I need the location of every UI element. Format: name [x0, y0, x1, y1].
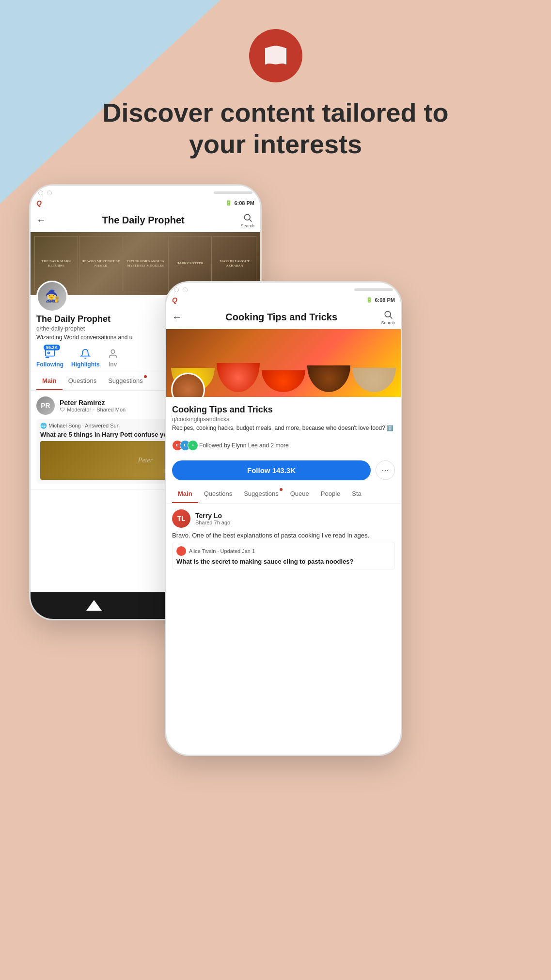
phone2-more-button[interactable]: ···: [376, 460, 395, 480]
phone2-info-icon: ℹ️: [387, 425, 394, 431]
phone2-action-row: Follow 143.3K ···: [166, 456, 401, 485]
phone2-app-title: Cooking Tips and Tricks: [225, 312, 337, 323]
phone1-shield-icon: 🛡: [60, 407, 65, 412]
phone1-following-icon-box: 56.2K: [45, 348, 55, 359]
phone1-dot1: [38, 190, 43, 195]
phone1-tab-main[interactable]: Main: [36, 372, 63, 390]
svg-line-6: [390, 316, 392, 318]
banner-text-2: HE WHO MUST NOT BE NAMED: [81, 259, 121, 268]
phone2-tab-people[interactable]: People: [315, 485, 346, 503]
spice-bowl-4: [307, 365, 351, 392]
spice-bowl-3: [262, 370, 305, 392]
book-icon-circle: [249, 29, 302, 82]
phone1-tab-questions[interactable]: Questions: [63, 372, 103, 390]
phone2-follow-row: E L + Followed by Elynn Lee and 2 more: [166, 435, 401, 456]
phone2-nested-user-row: Alice Twain · Updated Jan 1: [176, 546, 391, 556]
phone2-tab-queue[interactable]: Queue: [284, 485, 315, 503]
phone2-spice-banner: [166, 329, 401, 397]
phone1-map-text: Peter: [138, 457, 153, 464]
phone2-battery-icon: 🔋: [366, 297, 373, 303]
phone1-post-meta: Peter Ramirez 🛡 Moderator · Shared Mon: [60, 399, 126, 412]
phone1-app-bar: ← The Daily Prophet Search: [31, 209, 260, 232]
banner-text-4: HARRY POTTER: [176, 261, 204, 265]
phone1-person-icon: [108, 348, 118, 359]
phone1-following-button[interactable]: 56.2K Following: [36, 348, 63, 368]
svg-point-3: [47, 352, 49, 354]
phone1-back-button[interactable]: ←: [36, 215, 46, 226]
phone2-tab-sta[interactable]: Sta: [346, 485, 367, 503]
phone2-bar: [354, 288, 393, 291]
phone2-follow-button[interactable]: Follow 143.3K: [172, 460, 371, 480]
phone1-shared-time: Shared Mon: [96, 407, 126, 412]
phone2-nested-username: Alice Twain · Updated Jan 1: [189, 548, 255, 554]
phone2-shared-time: Shared 7h ago: [195, 520, 230, 525]
phone1-search-label: Search: [240, 223, 254, 228]
phone2-tab-suggestions[interactable]: Suggestions: [238, 485, 284, 503]
phone2-space-info: Cooking Tips and Tricks q/cookingtipsand…: [166, 403, 401, 435]
phone2-poster-sub: Shared 7h ago: [195, 520, 230, 525]
phone2-nested-question: Alice Twain · Updated Jan 1 What is the …: [172, 542, 395, 569]
phone2-search-button[interactable]: Search: [381, 310, 395, 325]
phone1-poster-avatar: PR: [36, 396, 55, 415]
phone1-highlights-button[interactable]: Highlights: [71, 348, 100, 368]
phone1-search-button[interactable]: Search: [240, 213, 254, 228]
phones-container: Q 🔋 6:08 PM ← The Daily Prophet Search: [0, 184, 551, 960]
phone1-person-icon-box: [108, 348, 118, 359]
phone2-tab-dot: [280, 488, 283, 491]
phone2-time: 6:08 PM: [375, 297, 395, 303]
phone2-space-desc-text: Recipes, cooking hacks, budget meals, an…: [172, 425, 385, 431]
svg-line-1: [249, 219, 252, 221]
hero-section: Discover content tailored to your intere…: [0, 0, 551, 184]
phone2-status-right: 🔋 6:08 PM: [366, 297, 395, 303]
phone2-nested-question-text: What is the secret to making sauce cling…: [176, 558, 391, 565]
phone1-poster-dot: ·: [93, 407, 94, 412]
phone2-followers-text: Followed by Elynn Lee and 2 more: [199, 442, 289, 449]
phone2-post: TL Terry Lo Shared 7h ago Bravo. One of …: [166, 504, 401, 575]
phone1-invites-button[interactable]: Inv: [108, 348, 118, 368]
banner-text-3: FLYING FORD ANGLIA MYSTIFIES MUGGLES: [126, 259, 165, 268]
phone1-shared-by-text: Michael Song · Answered Sun: [48, 423, 120, 428]
banner-text-5: MASS BREAKOUT AZKABAN: [215, 259, 254, 268]
phone2-nested-avatar: [176, 546, 186, 556]
phone1-notch: [31, 186, 260, 197]
phone1-tab-dot: [144, 375, 147, 378]
phone2-followers-avatars: E L +: [172, 440, 195, 451]
spice-bowl-5: [352, 368, 396, 392]
phone1-following-label: Following: [36, 361, 63, 368]
phone1-poster-sub: 🛡 Moderator · Shared Mon: [60, 407, 126, 412]
phone2-poster-name: Terry Lo: [195, 512, 230, 520]
phone2-search-label: Search: [381, 320, 395, 325]
phone2-post-comment: Bravo. One of the best explanations of p…: [172, 532, 395, 539]
phone2-space-desc: Recipes, cooking hacks, budget meals, an…: [172, 425, 395, 431]
phone2-notch: [166, 283, 401, 294]
phone1-dots: [38, 190, 52, 195]
phone1-tab-suggestions[interactable]: Suggestions: [102, 372, 149, 390]
phone1-search-icon: [243, 213, 252, 222]
phone1-poster-role: Moderator: [67, 407, 91, 412]
phone2-app-bar: ← Cooking Tips and Tricks Search: [166, 306, 401, 329]
svg-point-4: [111, 349, 114, 353]
phone2-dot2: [183, 287, 188, 292]
phone2-post-header: TL Terry Lo Shared 7h ago: [172, 509, 395, 528]
hero-title: Discover content tailored to your intere…: [101, 97, 450, 160]
phone1-status-right: 🔋 6:08 PM: [225, 200, 254, 206]
phone2-space-name: Cooking Tips and Tricks: [172, 405, 395, 415]
phone2-tab-questions[interactable]: Questions: [198, 485, 238, 503]
phone2-post-meta: Terry Lo Shared 7h ago: [195, 512, 230, 525]
phone2-back-button[interactable]: ←: [172, 312, 182, 323]
phone2-follow-count: 143.3K: [272, 466, 296, 474]
phone1-bar: [214, 191, 252, 194]
phone1-time: 6:08 PM: [234, 200, 254, 206]
phone2-quora-logo: Q: [172, 296, 177, 304]
phone2-tabs: Main Questions Suggestions Queue People …: [166, 485, 401, 504]
phone2-dot1: [174, 287, 179, 292]
phone2-status-bar: Q 🔋 6:08 PM: [166, 294, 401, 306]
phone2-space-handle: q/cookingtipsandtricks: [172, 416, 395, 423]
phone1-bell-icon: [80, 348, 91, 359]
phone1-nav-back[interactable]: [86, 600, 102, 611]
phone1-status-bar: Q 🔋 6:08 PM: [31, 197, 260, 209]
phone1-app-title: The Daily Prophet: [102, 215, 185, 226]
phone1-following-badge: 56.2K: [44, 345, 60, 350]
svg-point-5: [385, 311, 391, 317]
phone2-tab-main[interactable]: Main: [172, 485, 198, 503]
